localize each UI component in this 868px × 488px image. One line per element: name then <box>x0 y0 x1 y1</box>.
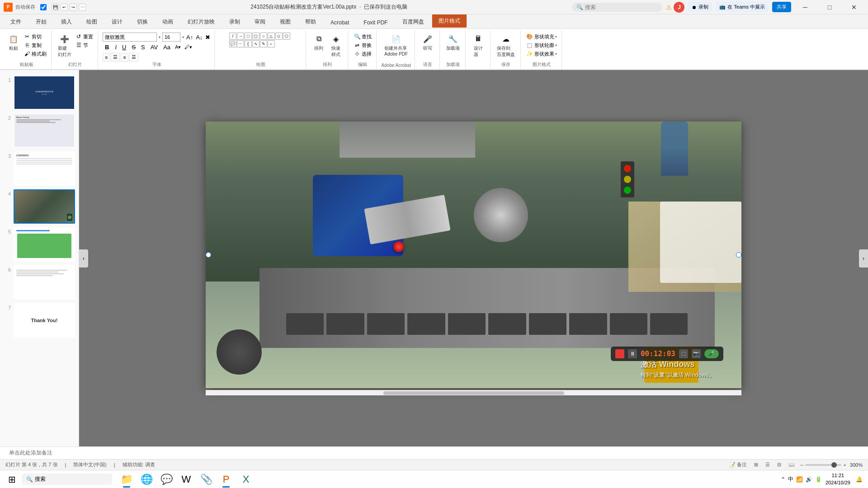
bold-button[interactable]: B <box>103 42 111 52</box>
tab-foxit[interactable]: Foxit PDF <box>357 16 394 28</box>
arrange-button[interactable]: ⧉ 排列 <box>311 33 327 52</box>
rec-mic-button[interactable]: 🎤 <box>704 349 719 358</box>
addins-button[interactable]: 🔧 加载项 <box>444 33 462 52</box>
customize-button[interactable]: ⋯ <box>79 4 86 11</box>
view-outline-button[interactable]: ☰ <box>764 462 772 468</box>
handle-left[interactable] <box>206 252 211 258</box>
slide-img-4[interactable]: 4 <box>14 189 75 224</box>
replace-button[interactable]: ⇌ 替换 <box>353 41 373 49</box>
slide-thumb-2[interactable]: 2 Marker Picking <box>0 112 79 150</box>
record-button[interactable]: ⏺ 录制 <box>688 2 712 12</box>
font-name-input[interactable] <box>103 33 157 42</box>
share-button[interactable]: 共享 <box>772 2 791 12</box>
tab-review[interactable]: 审阅 <box>248 15 272 28</box>
shape-brace[interactable]: { <box>245 40 252 47</box>
section-button[interactable]: ☰ 节 <box>74 41 94 49</box>
font-size-input[interactable] <box>162 33 180 42</box>
slide-thumb-7[interactable]: 7 Thank You! <box>0 301 79 339</box>
strikethrough-button[interactable]: S <box>130 43 137 52</box>
undo-button[interactable]: ↩ <box>61 4 68 11</box>
zoom-slider[interactable]: ─ + <box>800 462 846 468</box>
shape-curve[interactable]: ∿ <box>252 40 259 47</box>
autosave-toggle[interactable] <box>37 4 50 10</box>
tab-home[interactable]: 开始 <box>29 15 53 28</box>
scroll-right-button[interactable]: › <box>859 249 868 267</box>
slide-thumb-6[interactable]: 6 <box>0 263 79 301</box>
paste-button[interactable]: 📋 粘贴 <box>5 33 22 52</box>
sys-icon-arrow[interactable]: ⌃ <box>781 476 785 483</box>
task-app-unknown[interactable]: 📎 <box>197 470 215 488</box>
shadow-button[interactable]: S <box>139 43 147 52</box>
slide-img-1[interactable]: 自动贴标检测改造方案 Ver1.00a <box>14 75 75 110</box>
zoom-thumb[interactable] <box>831 462 837 468</box>
horizontal-scrollbar[interactable] <box>206 390 741 395</box>
calc-button[interactable]: 🖩 设计器 <box>470 33 486 59</box>
align-right-button[interactable]: ≡ <box>121 53 128 61</box>
zoom-track[interactable] <box>805 464 841 466</box>
taskbar-search[interactable]: 🔍 搜索 <box>22 474 112 485</box>
shape-fill-dropdown[interactable]: ▾ <box>555 35 557 39</box>
tab-insert[interactable]: 插入 <box>54 15 79 28</box>
task-app-word[interactable]: W <box>177 470 195 488</box>
task-app-wechat[interactable]: 💬 <box>157 470 175 488</box>
align-center-button[interactable]: ☰ <box>111 53 120 61</box>
create-pdf-button[interactable]: 📄 创建并共享Adobe PDF <box>382 33 410 57</box>
scroll-left-button[interactable]: ‹ <box>79 249 88 267</box>
system-time[interactable]: 11:21 2024/10/29 <box>826 472 850 486</box>
tab-baidu[interactable]: 百度网盘 <box>396 15 431 28</box>
view-normal-button[interactable]: ⊞ <box>752 462 760 468</box>
tab-picture-format[interactable]: 图片格式 <box>432 14 467 28</box>
caption-bar[interactable]: 单击此处添加备注 <box>0 446 868 459</box>
increase-font-button[interactable]: A↑ <box>186 33 193 41</box>
select-button[interactable]: ⊹ 选择 <box>353 50 373 58</box>
shape-connector[interactable]: ⌐ <box>268 40 275 47</box>
sys-icon-battery[interactable]: 🔋 <box>815 476 822 483</box>
tab-design[interactable]: 设计 <box>105 15 129 28</box>
tab-help[interactable]: 帮助 <box>298 15 323 28</box>
font-color-button[interactable]: A▾ <box>174 43 182 51</box>
clear-format-button[interactable]: ✖ <box>205 33 211 41</box>
voice-button[interactable]: 🎤 听写 <box>420 33 436 52</box>
scrollbar-thumb[interactable] <box>383 391 564 395</box>
slide-thumb-1[interactable]: 1 自动贴标检测改造方案 Ver1.00a <box>0 74 79 112</box>
highlight-button[interactable]: 🖊▾ <box>184 43 193 51</box>
shape-arrow[interactable]: → <box>237 33 244 40</box>
tab-animations[interactable]: 动画 <box>156 15 180 28</box>
justify-button[interactable]: ☰ <box>129 53 138 61</box>
tab-record[interactable]: 录制 <box>222 15 247 28</box>
sys-icon-lang[interactable]: 中 <box>788 475 793 483</box>
shape-rect[interactable]: □ <box>245 33 252 40</box>
tab-draw[interactable]: 绘图 <box>80 15 104 28</box>
start-button[interactable]: ⊞ <box>4 471 20 488</box>
shape-freeform[interactable]: ✎ <box>260 40 267 47</box>
font-name-dropdown[interactable]: ▾ <box>159 35 160 39</box>
quick-styles-button[interactable]: ◈ 快速样式 <box>328 33 344 59</box>
tab-acrobat[interactable]: Acrobat <box>324 16 356 28</box>
font-size-dropdown[interactable]: ▾ <box>182 35 184 39</box>
copy-button[interactable]: ⎘ 复制 <box>23 41 47 49</box>
shape-penta[interactable]: ⬠ <box>283 33 290 40</box>
slide-img-6[interactable] <box>14 265 75 300</box>
slide-thumb-3[interactable]: 3 CONTENTS <box>0 150 79 188</box>
view-sorter-button[interactable]: ⊟ <box>775 462 783 468</box>
shape-callout[interactable]: 💬 <box>229 40 236 47</box>
maximize-button[interactable]: □ <box>819 0 840 14</box>
save-button[interactable]: 💾 <box>52 4 59 11</box>
slide-img-7[interactable]: Thank You! <box>14 303 75 338</box>
save-baidu-button[interactable]: ☁ 保存到百度网盘 <box>495 33 517 59</box>
rec-camera-icon[interactable]: 📷 <box>692 349 701 358</box>
autosave-checkbox[interactable] <box>37 4 50 10</box>
shape-outline-button[interactable]: ⬚ 形状轮廓 ▾ <box>525 41 558 49</box>
task-app-chrome[interactable]: 🌐 <box>137 470 156 488</box>
sys-icon-sound[interactable]: 🔊 <box>806 476 812 483</box>
slide-thumb-4[interactable]: 4 4 <box>0 188 79 225</box>
shape-more[interactable]: ⋯ <box>237 40 244 47</box>
pause-button[interactable]: ⏸ <box>628 349 637 358</box>
shape-oval[interactable]: ○ <box>260 33 267 40</box>
slide-thumb-5[interactable]: 5 <box>0 225 79 263</box>
tab-view[interactable]: 视图 <box>273 15 297 28</box>
change-case-button[interactable]: Aa <box>161 43 172 52</box>
italic-button[interactable]: I <box>113 43 118 52</box>
sys-icon-wifi[interactable]: 📶 <box>796 476 803 483</box>
minimize-button[interactable]: ─ <box>795 0 816 14</box>
